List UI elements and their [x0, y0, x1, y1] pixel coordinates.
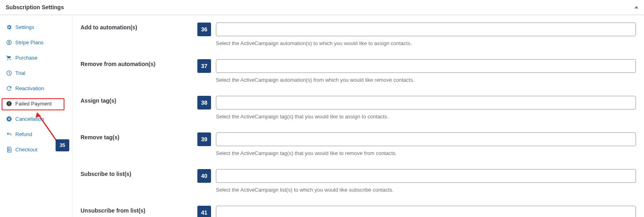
field-label-unsubscribe-list: Unsubscribe from list(s) [81, 206, 197, 217]
sidebar-item-trial[interactable]: Trial [0, 65, 72, 81]
panel-header: Subscription Settings [0, 0, 644, 15]
clock-icon [6, 70, 12, 76]
sidebar-item-label: Reactivation [15, 85, 44, 91]
input-line: 41 [197, 206, 636, 217]
layout: Settings Stripe Plans Purchase Trial Rea [0, 15, 644, 217]
annotation-badge-35: 35 [56, 139, 69, 151]
add-automation-input[interactable] [216, 23, 636, 36]
subscribe-list-input[interactable] [216, 169, 636, 183]
sidebar-item-stripe-plans[interactable]: Stripe Plans [0, 35, 72, 50]
sidebar-item-label: Trial [15, 70, 25, 76]
field-label-add-automation: Add to automation(s) [81, 23, 197, 46]
field-body: 41 Select the ActiveCampaign list(s) fro… [197, 206, 636, 217]
sidebar-item-label: Refund [15, 131, 32, 137]
field-body: 39 Select the ActiveCampaign tag(s) that… [197, 132, 636, 156]
alert-circle-icon [6, 100, 12, 107]
help-text: Select the ActiveCampaign list(s) to whi… [216, 187, 636, 193]
return-arrow-icon [6, 131, 12, 137]
field-row: Subscribe to list(s) 40 Select the Activ… [81, 166, 636, 203]
sidebar-item-failed-payment[interactable]: Failed Payment [0, 96, 72, 111]
input-line: 36 [197, 23, 636, 36]
field-row: Remove from automation(s) 37 Select the … [81, 56, 636, 93]
sidebar-item-label: Settings [15, 24, 34, 30]
annotation-badge-36: 36 [197, 23, 211, 36]
field-row: Unsubscribe from list(s) 41 Select the A… [81, 203, 636, 217]
sidebar-item-purchase[interactable]: Purchase [0, 50, 72, 65]
field-row: Assign tag(s) 38 Select the ActiveCampai… [81, 93, 636, 129]
collapse-icon[interactable] [634, 6, 638, 8]
dollar-circle-icon [6, 39, 12, 45]
main-content: Add to automation(s) 36 Select the Activ… [72, 15, 644, 217]
gear-icon [6, 24, 12, 30]
field-body: 40 Select the ActiveCampaign list(s) to … [197, 169, 636, 193]
input-line: 39 [197, 132, 636, 146]
sidebar-item-label: Checkout [15, 147, 37, 153]
sidebar: Settings Stripe Plans Purchase Trial Rea [0, 15, 72, 217]
sidebar-item-reactivation[interactable]: Reactivation [0, 81, 72, 96]
remove-automation-input[interactable] [216, 59, 636, 73]
refresh-icon [6, 85, 12, 91]
input-line: 40 [197, 169, 636, 183]
field-body: 38 Select the ActiveCampaign tag(s) that… [197, 96, 636, 120]
remove-tag-input[interactable] [216, 132, 636, 146]
svg-rect-4 [8, 105, 9, 105]
field-label-remove-tag: Remove tag(s) [81, 132, 197, 156]
field-label-remove-automation: Remove from automation(s) [81, 59, 197, 83]
page-title: Subscription Settings [6, 4, 64, 10]
annotation-badge-38: 38 [197, 96, 211, 110]
annotation-badge-39: 39 [197, 132, 211, 146]
help-text: Select the ActiveCampaign automation(s) … [216, 77, 636, 83]
sidebar-item-settings[interactable]: Settings [0, 19, 72, 35]
annotation-badge-41: 41 [197, 206, 211, 217]
sidebar-item-label: Purchase [15, 55, 37, 61]
svg-rect-3 [8, 102, 9, 104]
field-row: Remove tag(s) 39 Select the ActiveCampai… [81, 129, 636, 166]
help-text: Select the ActiveCampaign automation(s) … [216, 40, 636, 46]
unsubscribe-list-input[interactable] [216, 206, 636, 217]
field-label-assign-tag: Assign tag(s) [81, 96, 197, 120]
assign-tag-input[interactable] [216, 96, 636, 110]
sidebar-item-label: Cancellation [15, 116, 44, 122]
help-text: Select the ActiveCampaign tag(s) that yo… [216, 150, 636, 156]
field-row: Add to automation(s) 36 Select the Activ… [81, 19, 636, 56]
sidebar-item-cancellation[interactable]: Cancellation [0, 111, 72, 126]
sidebar-item-label: Stripe Plans [15, 39, 43, 45]
field-body: 36 Select the ActiveCampaign automation(… [197, 23, 636, 46]
sidebar-item-label: Failed Payment [15, 101, 52, 107]
annotation-badge-40: 40 [197, 169, 211, 183]
cart-icon [6, 54, 12, 61]
input-line: 37 [197, 59, 636, 73]
help-text: Select the ActiveCampaign tag(s) that yo… [216, 114, 636, 120]
annotation-badge-37: 37 [197, 59, 211, 73]
input-line: 38 [197, 96, 636, 110]
document-icon [6, 146, 12, 153]
cancel-circle-icon [6, 116, 12, 122]
field-label-subscribe-list: Subscribe to list(s) [81, 169, 197, 193]
field-body: 37 Select the ActiveCampaign automation(… [197, 59, 636, 83]
